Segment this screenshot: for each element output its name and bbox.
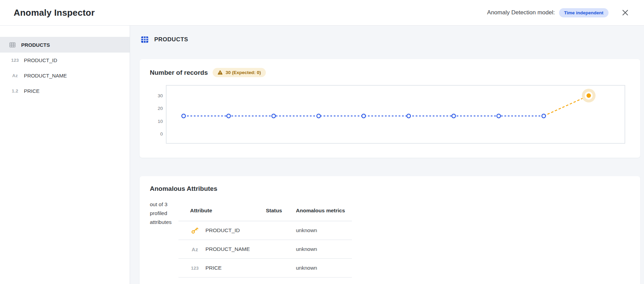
dataset-header: PRODUCTS [140,35,640,44]
numeric-type-icon: 123 [190,266,199,271]
svg-text:10: 10 [158,119,163,124]
records-card-title: Number of records [150,69,208,76]
page-title: Anomaly Inspector [14,8,95,18]
primary-key-icon [190,226,199,235]
svg-text:20: 20 [158,106,163,111]
anomaly-inspector-window: Anomaly Inspector Anomaly Detection mode… [0,0,644,284]
sidebar-item-products[interactable]: PRODUCTS [0,37,130,53]
decimal-type-icon: 1.2 [10,88,20,94]
dataset-title: PRODUCTS [154,36,188,43]
sidebar-item-label: PRODUCTS [21,42,50,48]
close-icon [621,9,629,17]
sidebar: PRODUCTS 123 PRODUCT_ID Az PRODUCT_NAME … [0,26,130,284]
sidebar-item-label: PRICE [24,88,40,94]
header-right: Anomaly Detection model: Time independen… [487,8,630,18]
attribute-name: PRODUCT_NAME [205,246,250,252]
column-header-status: Status [266,208,296,214]
warning-triangle-icon [217,70,223,75]
sidebar-item-product-id[interactable]: 123 PRODUCT_ID [0,53,130,68]
table-row-product-name[interactable]: Az PRODUCT_NAME unknown [178,240,352,259]
content-area: PRODUCTS 123 PRODUCT_ID Az PRODUCT_NAME … [0,26,644,284]
records-chart[interactable]: 0102030 [150,82,630,149]
attribute-name: PRICE [205,265,221,271]
main-panel: PRODUCTS Number of records 30 (Expected:… [130,26,644,284]
records-card-header: Number of records 30 (Expected: 0) [150,68,630,77]
number-of-records-card: Number of records 30 (Expected: 0) 01020… [140,59,640,158]
anomalous-metrics-cell: unknown [296,246,352,252]
column-header-attribute: Attribute [178,208,266,214]
anomaly-count-text: 30 (Expected: 0) [226,70,261,75]
profiled-attributes-note: out of 3 profiled attributes [150,200,178,278]
sidebar-item-label: PRODUCT_NAME [24,73,67,79]
anomalous-attributes-card: Anomalous Attributes out of 3 profiled a… [140,176,640,284]
attributes-table: Attribute Status Anomalous metrics [178,200,352,278]
attributes-card-title: Anomalous Attributes [150,185,630,193]
anomaly-count-badge: 30 (Expected: 0) [213,68,266,77]
numeric-type-icon: 123 [10,58,20,63]
sidebar-item-label: PRODUCT_ID [24,57,57,63]
header: Anomaly Inspector Anomaly Detection mode… [0,0,644,26]
column-header-anomalous-metrics: Anomalous metrics [296,208,352,214]
attributes-table-header: Attribute Status Anomalous metrics [178,200,352,221]
anomalous-metrics-cell: unknown [296,227,352,233]
sidebar-item-product-name[interactable]: Az PRODUCT_NAME [0,68,130,83]
text-type-icon: Az [190,246,199,252]
model-label: Anomaly Detection model: [487,9,555,16]
anomalous-metrics-cell: unknown [296,265,352,271]
attribute-name: PRODUCT_ID [205,227,240,233]
attributes-card-body: out of 3 profiled attributes Attribute S… [150,200,630,278]
table-row-price[interactable]: 123 PRICE unknown [178,259,352,278]
table-row-product-id[interactable]: PRODUCT_ID unknown [178,221,352,240]
model-badge[interactable]: Time independent [559,8,609,17]
close-button[interactable] [620,8,630,18]
line-chart-canvas: 0102030 [150,82,630,149]
svg-text:0: 0 [160,131,163,137]
svg-text:30: 30 [158,93,163,98]
table-grid-icon [8,41,17,48]
sidebar-item-price[interactable]: 1.2 PRICE [0,83,130,99]
dataset-table-icon [140,35,149,44]
text-type-icon: Az [10,73,20,78]
